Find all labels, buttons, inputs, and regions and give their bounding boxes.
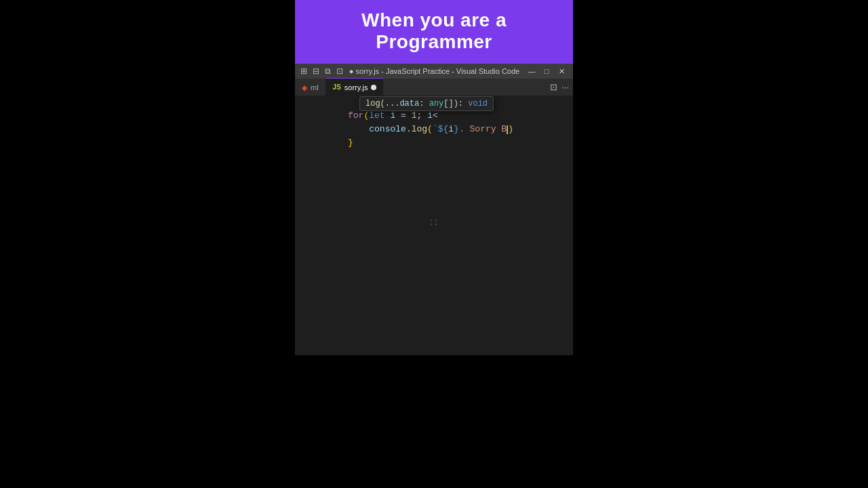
- resize-handle: [431, 220, 438, 226]
- titlebar-left-icons: ⊞ ⊟ ⧉ ⊡: [300, 66, 343, 76]
- titlebar: ⊞ ⊟ ⧉ ⊡ ● sorry.js - JavaScript Practice…: [295, 64, 573, 79]
- titlebar-title: ● sorry.js - JavaScript Practice - Visua…: [343, 67, 526, 75]
- layout-icon-4[interactable]: ⊡: [336, 66, 343, 76]
- editor-area[interactable]: log(...data: any[]): void for(let i = 1;…: [295, 96, 573, 355]
- editor-empty-space: [295, 141, 573, 344]
- split-editor-icon[interactable]: ⊡: [550, 82, 557, 92]
- titlebar-controls: — □ ✕: [526, 66, 568, 76]
- tabs-right-icons: ⊡ ···: [550, 78, 573, 96]
- tab-html-label: ml: [311, 83, 319, 92]
- more-tabs-icon[interactable]: ···: [561, 82, 569, 92]
- editor-content-area: [295, 141, 573, 344]
- title-text: When you are a Programmer: [361, 9, 507, 52]
- minimize-button[interactable]: —: [526, 66, 538, 76]
- code-line-2: console.log(`${i}. Sorry B): [295, 114, 573, 127]
- close-button[interactable]: ✕: [555, 66, 568, 76]
- modified-dot: [371, 85, 376, 90]
- tab-sorryjs-label: sorry.js: [344, 83, 368, 92]
- html-icon: ◈: [302, 84, 307, 92]
- js-icon: JS: [333, 83, 341, 91]
- vscode-window: ⊞ ⊟ ⧉ ⊡ ● sorry.js - JavaScript Practice…: [295, 64, 573, 355]
- title-banner: When you are a Programmer: [295, 0, 573, 64]
- hover-popup-text: log(...data: any[]): void: [366, 99, 488, 108]
- layout-icon-3[interactable]: ⧉: [325, 66, 331, 76]
- tab-bar: ◈ ml JS sorry.js ⊡ ···: [295, 79, 573, 96]
- layout-icon-2[interactable]: ⊟: [313, 66, 319, 76]
- hover-popup: log(...data: any[]): void: [359, 96, 494, 111]
- layout-icon-1[interactable]: ⊞: [300, 66, 307, 76]
- maximize-button[interactable]: □: [540, 66, 553, 76]
- main-container: When you are a Programmer ⊞ ⊟ ⧉ ⊡ ● sorr…: [0, 0, 868, 488]
- tab-sorryjs[interactable]: JS sorry.js: [326, 78, 384, 96]
- code-line-3: }: [295, 127, 573, 141]
- tab-html[interactable]: ◈ ml: [295, 79, 326, 96]
